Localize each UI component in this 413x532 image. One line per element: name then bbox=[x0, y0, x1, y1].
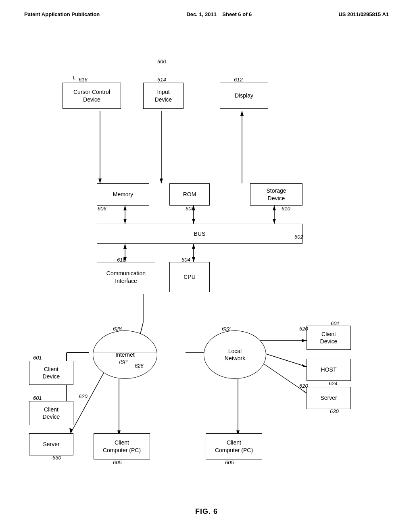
figure-caption: FIG. 6 bbox=[195, 507, 218, 516]
label-630-right: 630 bbox=[330, 408, 339, 414]
label-601-lt: 601 bbox=[33, 355, 42, 361]
label-626: 626 bbox=[135, 363, 144, 369]
label-616: 616 bbox=[79, 77, 88, 83]
svg-marker-14 bbox=[273, 206, 276, 210]
internet-ellipse: Internet bbox=[93, 330, 157, 379]
label-610: 610 bbox=[282, 206, 290, 212]
label-602: 602 bbox=[294, 234, 303, 240]
client-device-left-bottom-box: Client Device bbox=[29, 401, 73, 425]
rom-box: ROM bbox=[169, 183, 210, 206]
comm-interface-box: Communication Interface bbox=[97, 262, 155, 292]
label-600: 600 bbox=[157, 58, 166, 64]
input-device-box: Input Device bbox=[143, 83, 184, 109]
svg-marker-20 bbox=[192, 244, 195, 249]
storage-device-box: Storage Device bbox=[250, 183, 302, 206]
svg-marker-7 bbox=[123, 219, 127, 224]
client-device-left-top-box: Client Device bbox=[29, 361, 73, 385]
cpu-box: CPU bbox=[169, 262, 210, 292]
page: Patent Application Publication Dec. 1, 2… bbox=[0, 0, 413, 532]
local-network-ellipse: Local Network bbox=[204, 330, 266, 379]
svg-marker-17 bbox=[123, 244, 127, 249]
client-computer-left-box: Client Computer (PC) bbox=[94, 433, 150, 459]
label-624: 624 bbox=[329, 380, 338, 387]
svg-marker-10 bbox=[192, 219, 195, 224]
svg-marker-19 bbox=[192, 257, 195, 262]
label-620-tr: 620 bbox=[299, 326, 308, 332]
label-622: 622 bbox=[222, 326, 231, 332]
label-612: 612 bbox=[234, 77, 243, 83]
display-box: Display bbox=[220, 83, 268, 109]
header-center: Dec. 1, 2011 Sheet 6 of 6 bbox=[186, 11, 252, 17]
svg-marker-5 bbox=[240, 111, 244, 116]
label-604: 604 bbox=[181, 257, 190, 263]
label-614: 614 bbox=[157, 77, 166, 83]
header-left: Patent Application Publication bbox=[24, 11, 100, 17]
cursor-control-device-box: Cursor Control Device bbox=[63, 83, 121, 109]
host-box: HOST bbox=[307, 359, 351, 381]
svg-marker-35 bbox=[302, 339, 307, 342]
svg-marker-37 bbox=[302, 364, 307, 367]
label-605-left: 605 bbox=[113, 459, 122, 466]
svg-marker-43 bbox=[69, 428, 73, 433]
server-right-box: Server bbox=[307, 387, 351, 409]
svg-line-36 bbox=[262, 353, 307, 367]
label-601-top-right: 601 bbox=[331, 320, 340, 326]
svg-marker-13 bbox=[273, 219, 276, 224]
svg-marker-1 bbox=[98, 179, 102, 183]
label-608: 608 bbox=[186, 206, 194, 212]
client-device-top-right-box: Client Device bbox=[307, 326, 351, 350]
curve-616: └ bbox=[72, 76, 75, 82]
bus-box: BUS bbox=[97, 224, 302, 244]
header-right: US 2011/0295815 A1 bbox=[338, 11, 389, 17]
label-620-sr: 620 bbox=[299, 383, 308, 389]
label-630-left: 630 bbox=[52, 455, 61, 461]
label-628: 628 bbox=[113, 326, 122, 332]
svg-marker-8 bbox=[123, 206, 127, 210]
label-605-right: 605 bbox=[225, 459, 234, 466]
label-601-lb: 601 bbox=[33, 395, 42, 401]
memory-box: Memory bbox=[97, 183, 149, 206]
server-left-box: Server bbox=[29, 433, 73, 455]
page-header: Patent Application Publication Dec. 1, 2… bbox=[0, 0, 413, 17]
label-606: 606 bbox=[98, 206, 106, 212]
label-618: 618 bbox=[117, 257, 126, 263]
svg-marker-3 bbox=[160, 179, 163, 183]
client-computer-right-box: Client Computer (PC) bbox=[206, 433, 262, 459]
isp-divider bbox=[94, 353, 157, 353]
isp-label: ISP bbox=[119, 359, 127, 365]
svg-line-42 bbox=[71, 371, 105, 433]
svg-marker-39 bbox=[302, 389, 307, 393]
label-620-lb: 620 bbox=[79, 393, 88, 399]
